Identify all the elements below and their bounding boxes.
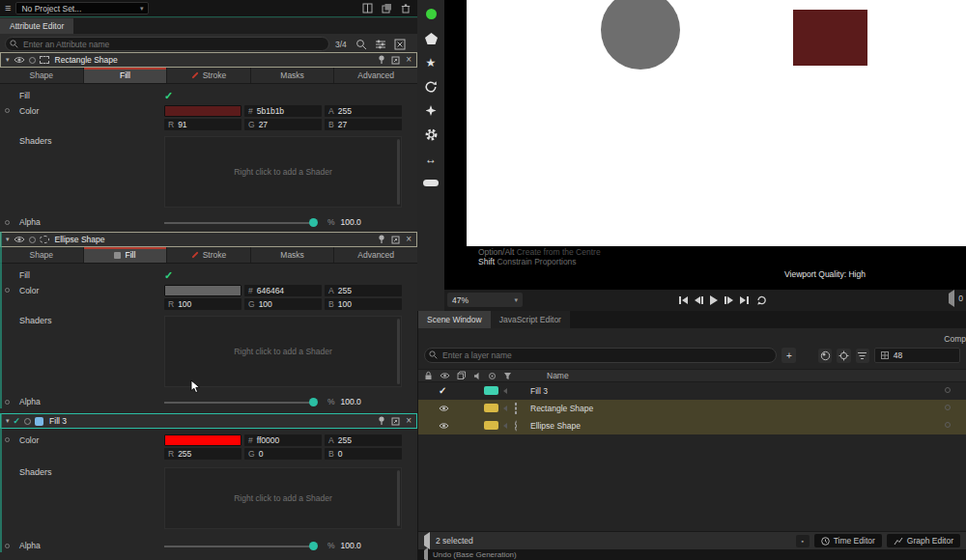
- add-layer-button[interactable]: +: [781, 348, 796, 363]
- tab-attribute-editor[interactable]: Attribute Editor: [0, 18, 73, 34]
- lock-column-icon[interactable]: [424, 371, 433, 380]
- visibility-eye-icon[interactable]: [14, 56, 25, 64]
- isolate-target-icon-button[interactable]: [837, 349, 850, 363]
- tab-stroke[interactable]: Stroke: [167, 68, 251, 83]
- enabled-check-icon[interactable]: ✓: [14, 416, 21, 426]
- blue-field[interactable]: B100: [325, 298, 402, 310]
- capsule-tool-icon[interactable]: [420, 173, 441, 193]
- layer-name[interactable]: Ellipse Shape: [530, 421, 581, 431]
- speaker-column-icon[interactable]: [473, 372, 481, 380]
- collapse-arrow-icon[interactable]: [503, 406, 507, 411]
- star-tool-icon[interactable]: ★: [420, 52, 441, 72]
- alpha-value[interactable]: 100.0: [341, 397, 361, 406]
- tab-masks[interactable]: Masks: [251, 68, 335, 83]
- hex-field[interactable]: #5b1b1b: [244, 105, 322, 117]
- funnel-column-icon[interactable]: [503, 372, 512, 380]
- settings-gear-icon[interactable]: [420, 125, 441, 145]
- close-icon[interactable]: ×: [406, 235, 412, 244]
- search-options-icon-button[interactable]: [374, 38, 387, 51]
- connection-port-icon[interactable]: [5, 437, 10, 442]
- frame-back-mini-icon[interactable]: [949, 294, 954, 303]
- zoom-level-dropdown[interactable]: 47% ▾: [447, 293, 523, 307]
- layer-name[interactable]: Fill 3: [530, 386, 548, 396]
- panel-stack-icon[interactable]: [380, 2, 393, 15]
- visibility-check-icon[interactable]: ✓: [439, 385, 446, 396]
- red-field[interactable]: R91: [164, 119, 242, 130]
- cube-column-icon[interactable]: [457, 371, 467, 380]
- tab-shape[interactable]: Shape: [0, 247, 84, 263]
- blue-field[interactable]: B0: [325, 448, 402, 460]
- project-dropdown[interactable]: No Project Set... ▾: [15, 2, 149, 14]
- alpha-slider[interactable]: [164, 216, 315, 229]
- dock-icon[interactable]: [391, 236, 400, 244]
- scrollbar[interactable]: [397, 139, 400, 205]
- graph-editor-button[interactable]: Graph Editor: [887, 534, 960, 547]
- green-field[interactable]: G100: [244, 298, 322, 310]
- layer-row-rectangle-shape[interactable]: Rectangle Shape: [418, 400, 966, 417]
- find-icon-button[interactable]: [355, 38, 368, 51]
- visibility-eye-icon[interactable]: [14, 236, 25, 243]
- value-field-48[interactable]: 48: [874, 348, 960, 363]
- tab-shape[interactable]: Shape: [0, 68, 84, 83]
- color-swatch[interactable]: [164, 434, 242, 446]
- skip-to-start-button[interactable]: [679, 296, 688, 304]
- four-point-star-icon[interactable]: [420, 100, 441, 121]
- play-button[interactable]: [710, 295, 718, 305]
- connection-port-icon[interactable]: [5, 288, 10, 293]
- record-indicator-icon[interactable]: [420, 4, 441, 24]
- attribute-search-input[interactable]: [5, 37, 329, 51]
- layer-toggle-dot[interactable]: [945, 405, 951, 410]
- red-field[interactable]: R255: [164, 448, 242, 460]
- layer-color-swatch[interactable]: [484, 386, 498, 395]
- alpha-slider[interactable]: [164, 540, 315, 552]
- tab-advanced[interactable]: Advanced: [334, 68, 417, 83]
- target-column-icon[interactable]: [488, 372, 497, 380]
- visibility-eye-icon[interactable]: [439, 405, 449, 412]
- panel-layout-icon[interactable]: [360, 2, 374, 15]
- tab-javascript-editor[interactable]: JavaScript Editor: [491, 311, 570, 328]
- shader-drop-area[interactable]: Right click to add a Shader: [164, 316, 402, 387]
- app-menu-icon[interactable]: ≡: [5, 3, 11, 14]
- expand-panel-button[interactable]: ▪: [796, 535, 810, 547]
- alpha-value[interactable]: 100.0: [341, 217, 361, 227]
- alpha-field[interactable]: A255: [325, 105, 402, 117]
- connection-port-icon[interactable]: [5, 220, 10, 225]
- layer-row-fill-3[interactable]: ✓ Fill 3: [418, 382, 966, 400]
- alpha-value[interactable]: 100.0: [341, 541, 361, 550]
- chevron-down-icon[interactable]: ▾: [6, 56, 10, 64]
- collapse-arrow-icon[interactable]: [503, 423, 507, 429]
- green-field[interactable]: G0: [244, 448, 322, 460]
- color-swatch[interactable]: [164, 285, 242, 296]
- pin-icon[interactable]: [378, 416, 385, 426]
- section-header-rectangle-shape[interactable]: ▾ Rectangle Shape ×: [0, 52, 417, 68]
- ellipse-shape-object[interactable]: [601, 0, 680, 70]
- composition-canvas[interactable]: [467, 0, 966, 246]
- eye-column-icon[interactable]: [440, 372, 450, 379]
- enable-ring-icon[interactable]: [29, 57, 36, 64]
- trash-icon[interactable]: [399, 2, 412, 15]
- fill-enabled-checkbox[interactable]: ✓: [164, 270, 173, 281]
- layer-color-swatch[interactable]: [484, 421, 498, 430]
- step-forward-button[interactable]: [724, 296, 733, 304]
- chevron-down-icon[interactable]: ▾: [6, 417, 10, 425]
- slider-handle[interactable]: [309, 218, 318, 227]
- connection-port-icon[interactable]: [5, 400, 10, 405]
- layer-row-ellipse-shape[interactable]: Ellipse Shape: [418, 417, 966, 434]
- close-icon[interactable]: ×: [406, 55, 412, 65]
- slider-handle[interactable]: [309, 542, 318, 550]
- layer-color-swatch[interactable]: [484, 404, 498, 412]
- connection-port-icon[interactable]: [5, 108, 10, 113]
- tab-advanced[interactable]: Advanced: [334, 247, 417, 263]
- section-header-ellipse-shape[interactable]: ▾ Ellipse Shape ×: [0, 232, 417, 247]
- fill-enabled-checkbox[interactable]: ✓: [164, 91, 173, 101]
- loop-button[interactable]: [755, 294, 767, 306]
- green-field[interactable]: G27: [244, 119, 322, 130]
- connection-port-icon[interactable]: [5, 544, 10, 548]
- filter-list-icon-button[interactable]: [856, 349, 869, 363]
- blue-field[interactable]: B27: [325, 119, 402, 130]
- close-icon[interactable]: ×: [406, 416, 412, 426]
- section-header-fill-3[interactable]: ▾ ✓ Fill 3 ×: [0, 413, 417, 429]
- selection-filter-icon[interactable]: [424, 536, 430, 546]
- pin-icon[interactable]: [378, 235, 385, 244]
- dock-icon[interactable]: [391, 417, 400, 426]
